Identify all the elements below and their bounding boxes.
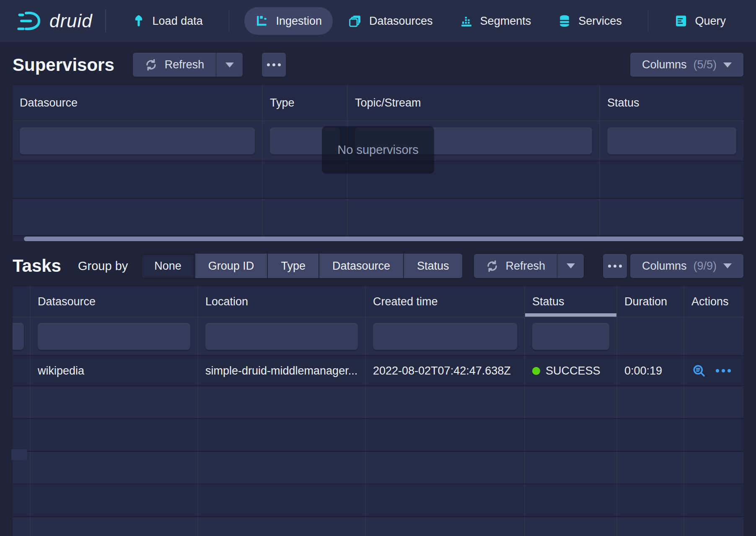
druid-logo-icon [17, 10, 43, 31]
nav-item-datasources[interactable]: Datasources [338, 7, 444, 35]
column-header-datasource[interactable]: Datasource [13, 85, 263, 120]
tasks-refresh-button[interactable]: Refresh [474, 254, 557, 278]
column-header-status[interactable]: Status [600, 85, 743, 120]
hidden-column-filter-input[interactable] [13, 323, 24, 350]
empty-cell [525, 517, 617, 536]
empty-cell [617, 517, 684, 536]
location-filter-input[interactable] [205, 323, 358, 350]
columns-label: Columns [642, 260, 687, 273]
nav-item-services[interactable]: Services [547, 7, 633, 35]
filter-cell [684, 317, 743, 355]
supervisors-more-button[interactable] [262, 53, 286, 77]
empty-cell [617, 452, 684, 484]
empty-cell [31, 517, 198, 536]
datasource-cell: wikipedia [31, 356, 198, 385]
empty-cell [198, 386, 366, 418]
location-cell: simple-druid-middlemanager... [198, 356, 366, 385]
filter-cell [198, 317, 366, 355]
supervisors-refresh-button[interactable]: Refresh [133, 53, 216, 77]
nav-item-load-data[interactable]: Load data [121, 7, 214, 35]
filter-cell [617, 317, 684, 355]
task-actions-more-icon[interactable] [716, 369, 731, 372]
status-filter-input[interactable] [532, 323, 609, 350]
query-icon [674, 14, 688, 28]
nav-item-label: Ingestion [276, 15, 322, 28]
task-detail-magnifier-icon[interactable] [691, 363, 707, 378]
empty-cell [13, 484, 31, 516]
column-header-location[interactable]: Location [198, 286, 366, 317]
status-badge: SUCCESS [546, 364, 601, 377]
task-row-wikipedia: wikipedia simple-druid-middlemanager... … [13, 356, 743, 386]
tasks-title: Tasks [13, 256, 61, 276]
filter-cell [525, 317, 617, 355]
empty-cell [13, 161, 263, 198]
empty-cell [600, 199, 743, 235]
tasks-refresh-dropdown-button[interactable] [557, 254, 584, 278]
horizontal-scrollbar-stub[interactable] [11, 449, 27, 460]
status-filter-input[interactable] [607, 127, 736, 154]
tasks-more-button[interactable] [603, 254, 627, 278]
created-time-filter-input[interactable] [373, 323, 517, 350]
supervisors-columns-button[interactable]: Columns (5/5) [630, 53, 743, 77]
filter-cell [366, 317, 525, 355]
nav-item-ingestion[interactable]: Ingestion [244, 7, 333, 35]
datasources-icon [349, 14, 362, 28]
datasource-filter-input[interactable] [38, 323, 190, 350]
columns-count: (9/9) [693, 260, 717, 273]
datasource-filter-input[interactable] [20, 127, 255, 154]
group-by-type-button[interactable]: Type [268, 254, 319, 278]
group-by-none-button[interactable]: None [141, 254, 195, 278]
empty-cell [684, 517, 743, 536]
empty-cell [13, 199, 263, 235]
group-by-status-button[interactable]: Status [404, 254, 462, 278]
empty-cell [198, 517, 366, 536]
chevron-down-icon [225, 62, 234, 68]
empty-cell [684, 386, 743, 418]
empty-cell [198, 452, 366, 484]
filter-cell [31, 317, 198, 355]
empty-cell [525, 386, 617, 418]
nav-item-label: Datasources [369, 15, 433, 28]
empty-cell [366, 452, 525, 484]
empty-cell [525, 452, 617, 484]
nav-item-label: Segments [480, 15, 531, 28]
column-header-actions[interactable]: Actions [684, 286, 743, 317]
empty-cell [31, 386, 198, 418]
column-header-type[interactable]: Type [263, 85, 348, 120]
group-by-datasource-button[interactable]: Datasource [319, 254, 404, 278]
table-row [13, 419, 743, 452]
empty-cell [617, 386, 684, 418]
nav-item-query[interactable]: Query [663, 7, 737, 35]
column-header-datasource[interactable]: Datasource [31, 286, 198, 317]
group-by-label: Group by [78, 259, 128, 273]
refresh-label: Refresh [165, 58, 205, 71]
tasks-table: Datasource Location Created time Status … [13, 286, 743, 536]
tasks-filter-row [13, 317, 743, 356]
top-nav: druid Load data Ingestion [0, 0, 756, 42]
created-time-cell: 2022-08-02T07:42:47.638Z [366, 356, 525, 385]
supervisors-refresh-dropdown-button[interactable] [216, 53, 243, 77]
column-header-created-time[interactable]: Created time [366, 286, 525, 317]
chevron-down-icon [567, 263, 575, 268]
druid-logo[interactable]: druid [17, 10, 93, 31]
horizontal-scrollbar[interactable] [24, 237, 743, 241]
tasks-header-row: Datasource Location Created time Status … [13, 286, 743, 317]
column-header-topic-stream[interactable]: Topic/Stream [348, 85, 600, 120]
nav-item-segments[interactable]: Segments [449, 7, 542, 35]
column-header-status[interactable]: Status [525, 286, 617, 317]
supervisors-title: Supervisors [13, 55, 114, 75]
empty-cell [525, 419, 617, 451]
refresh-label: Refresh [506, 260, 546, 273]
empty-cell [366, 484, 525, 516]
table-row [13, 386, 743, 419]
empty-cell [13, 517, 31, 536]
column-header-duration[interactable]: Duration [617, 286, 684, 317]
empty-cell [198, 484, 366, 516]
nav-divider [229, 10, 230, 32]
group-by-group-id-button[interactable]: Group ID [195, 254, 268, 278]
supervisors-table: Datasource Type Topic/Stream Status No s… [13, 85, 743, 241]
tasks-columns-button[interactable]: Columns (9/9) [630, 254, 743, 278]
more-icon [267, 63, 281, 66]
brand-name: druid [49, 10, 93, 31]
nav-item-label: Query [695, 15, 726, 28]
